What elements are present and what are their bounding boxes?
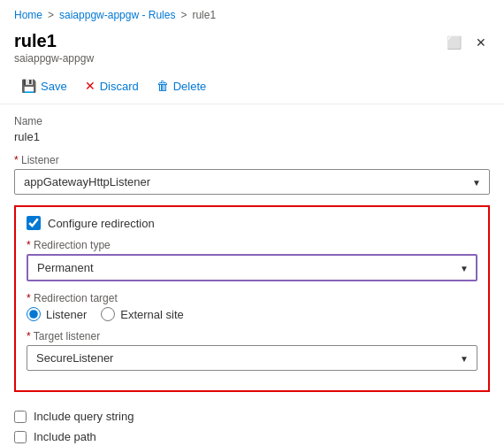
redirection-target-label: Redirection target [27,292,477,304]
redirection-type-select[interactable]: Permanent [27,254,477,281]
header-icons: ⬜ ✕ [443,30,490,51]
include-query-string-row: Include query string [14,406,490,427]
listener-label: Listener [14,154,490,166]
radio-external-input[interactable] [101,307,115,321]
include-query-string-checkbox[interactable] [14,411,27,423]
save-button[interactable]: 💾 Save [14,75,74,96]
breadcrumb: Home > saiappgw-appgw - Rules > rule1 [0,0,504,27]
radio-listener-label: Listener [46,308,87,321]
configure-redirection-row: Configure redirection [27,216,477,230]
include-path-checkbox[interactable] [14,431,27,443]
delete-icon: 🗑 [157,79,169,93]
target-listener-select-wrapper: SecureListener ▼ [27,345,477,371]
discard-label: Discard [100,80,139,93]
save-label: Save [41,80,67,93]
save-icon: 💾 [21,79,36,93]
breadcrumb-rules[interactable]: saiappgw-appgw - Rules [59,9,175,21]
radio-listener-option[interactable]: Listener [27,307,87,321]
configure-redirection-checkbox[interactable] [27,216,41,230]
breadcrumb-sep1: > [48,9,54,21]
redirection-target-radio-group: Listener External site [27,307,477,321]
delete-label: Delete [173,80,207,93]
redirection-section: Configure redirection Redirection type P… [14,205,490,392]
redirection-type-label: Redirection type [27,239,477,251]
page-subtitle: saiappgw-appgw [14,52,94,65]
radio-external-option[interactable]: External site [101,307,184,321]
page-title: rule1 [14,30,94,51]
name-value: rule1 [14,130,490,143]
name-label: Name [14,115,490,127]
include-query-string-label: Include query string [34,410,134,423]
discard-button[interactable]: ✕ Discard [78,75,146,96]
page-header: rule1 saiappgw-appgw ⬜ ✕ [0,27,504,68]
listener-select[interactable]: appGatewayHttpListener [14,169,490,195]
breadcrumb-current: rule1 [192,9,216,21]
toolbar: 💾 Save ✕ Discard 🗑 Delete [0,68,504,104]
discard-icon: ✕ [85,79,95,93]
form-content: Name rule1 Listener appGatewayHttpListen… [0,104,504,446]
include-path-row: Include path [14,427,490,446]
target-listener-label: Target listener [27,330,477,342]
breadcrumb-home[interactable]: Home [14,9,42,21]
header-left: rule1 saiappgw-appgw [14,30,94,65]
close-button[interactable]: ✕ [472,34,490,51]
breadcrumb-sep2: > [180,9,187,21]
restore-button[interactable]: ⬜ [443,34,465,51]
configure-redirection-label: Configure redirection [48,217,155,230]
include-path-label: Include path [34,430,96,443]
bottom-checkboxes: Include query string Include path [14,403,490,446]
radio-external-label: External site [120,308,184,321]
target-listener-select[interactable]: SecureListener [27,345,477,371]
redirection-type-select-wrapper: Permanent ▼ [27,254,477,281]
radio-listener-input[interactable] [27,307,41,321]
listener-select-wrapper: appGatewayHttpListener ▼ [14,169,490,195]
delete-button[interactable]: 🗑 Delete [149,75,214,96]
